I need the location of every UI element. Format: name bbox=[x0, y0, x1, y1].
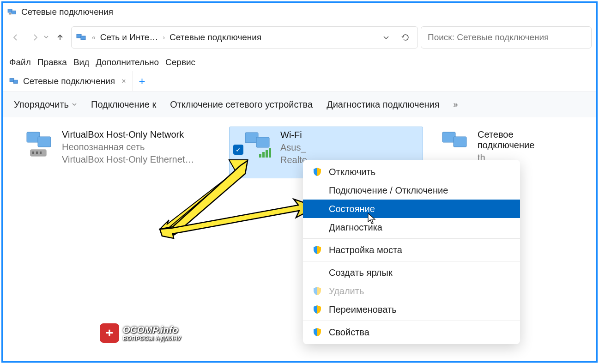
search-input[interactable] bbox=[428, 32, 585, 42]
menu-view[interactable]: Вид bbox=[73, 57, 89, 67]
shield-icon bbox=[312, 245, 322, 255]
recent-locations-button[interactable] bbox=[43, 34, 49, 41]
arrow-left-icon bbox=[11, 33, 20, 42]
connection-name: Wi-Fi bbox=[280, 130, 307, 140]
selection-checkbox[interactable]: ✓ bbox=[233, 145, 243, 155]
watermark-icon: + bbox=[100, 323, 119, 343]
breadcrumb-current[interactable]: Сетевые подключения bbox=[169, 32, 261, 42]
svg-marker-24 bbox=[160, 199, 317, 238]
svg-rect-18 bbox=[269, 148, 271, 158]
shield-icon bbox=[312, 327, 322, 337]
menu-file[interactable]: Файл bbox=[9, 57, 31, 67]
toolbar-organize[interactable]: Упорядочить bbox=[14, 99, 77, 110]
explorer-window: Сетевые подключения « Сеть и Инте… › Сет… bbox=[1, 1, 598, 363]
add-tab-button[interactable]: + bbox=[133, 75, 151, 88]
svg-rect-11 bbox=[36, 152, 38, 154]
shield-icon bbox=[312, 167, 322, 177]
svg-rect-15 bbox=[259, 154, 261, 158]
context-menu-delete: Удалить bbox=[303, 282, 520, 300]
menubar: Файл Правка Вид Дополнительно Сервис bbox=[3, 54, 596, 71]
connection-device: VirtualBox Host-Only Ethernet… bbox=[62, 154, 194, 165]
refresh-icon bbox=[401, 33, 410, 42]
svg-rect-10 bbox=[32, 152, 34, 154]
menu-edit[interactable]: Правка bbox=[37, 57, 67, 67]
tab-close-button[interactable]: × bbox=[121, 77, 126, 85]
svg-rect-20 bbox=[454, 137, 466, 147]
menu-service[interactable]: Сервис bbox=[165, 57, 195, 67]
svg-rect-14 bbox=[256, 137, 269, 147]
ethernet-adapter-icon bbox=[24, 129, 56, 159]
tab-label: Сетевые подключения bbox=[23, 76, 115, 86]
titlebar: Сетевые подключения bbox=[3, 3, 596, 21]
wifi-adapter-icon bbox=[242, 130, 275, 159]
context-menu-bridge[interactable]: Настройка моста bbox=[303, 241, 520, 259]
connection-item-virtualbox[interactable]: VirtualBox Host-Only Network Неопознанна… bbox=[21, 127, 215, 178]
connection-status: Asus_ bbox=[280, 142, 307, 153]
menu-advanced[interactable]: Дополнительно bbox=[96, 57, 159, 67]
network-connections-icon bbox=[76, 33, 87, 42]
chevron-down-icon bbox=[72, 102, 77, 107]
address-dropdown-button[interactable] bbox=[379, 34, 393, 41]
svg-rect-4 bbox=[81, 36, 85, 40]
breadcrumb-parent[interactable]: Сеть и Инте… bbox=[100, 32, 158, 42]
context-menu-separator bbox=[303, 261, 520, 261]
svg-rect-8 bbox=[38, 137, 51, 147]
context-menu-separator bbox=[303, 321, 520, 321]
network-connections-icon bbox=[7, 8, 18, 16]
breadcrumb-separator: « bbox=[92, 34, 96, 41]
context-menu-status[interactable]: Состояние bbox=[303, 200, 520, 218]
toolbar-diagnose[interactable]: Диагностика подключения bbox=[327, 99, 439, 110]
context-menu-create-shortcut[interactable]: Создать ярлык bbox=[303, 263, 520, 282]
svg-rect-16 bbox=[262, 152, 265, 158]
toolbar-overflow[interactable]: » bbox=[454, 100, 458, 109]
network-adapter-icon bbox=[440, 129, 472, 159]
context-menu-diagnose[interactable]: Диагностика bbox=[303, 218, 520, 237]
connection-name: Сетевое подключение bbox=[478, 129, 573, 151]
context-menu-rename[interactable]: Переименовать bbox=[303, 300, 520, 319]
connection-name: VirtualBox Host-Only Network bbox=[62, 129, 194, 140]
svg-rect-6 bbox=[13, 80, 18, 83]
command-bar: Упорядочить Подключение к Отключение сет… bbox=[3, 91, 596, 117]
connection-status: Неопознанная сеть bbox=[62, 142, 194, 152]
svg-rect-12 bbox=[40, 152, 42, 154]
window-title: Сетевые подключения bbox=[21, 7, 113, 17]
arrow-right-icon bbox=[30, 33, 40, 42]
navigation-row: « Сеть и Инте… › Сетевые подключения bbox=[3, 21, 596, 54]
context-menu-connect-disconnect[interactable]: Подключение / Отключение bbox=[303, 181, 520, 200]
context-menu-properties[interactable]: Свойства bbox=[303, 323, 520, 341]
shield-icon bbox=[312, 286, 322, 296]
context-menu-separator bbox=[303, 238, 520, 239]
address-bar[interactable]: « Сеть и Инте… › Сетевые подключения bbox=[71, 26, 418, 49]
tab-network-connections[interactable]: Сетевые подключения × bbox=[3, 71, 133, 91]
chevron-down-icon bbox=[43, 34, 49, 40]
tab-row: Сетевые подключения × + bbox=[3, 71, 596, 91]
network-connections-icon bbox=[9, 77, 19, 85]
search-box[interactable] bbox=[421, 26, 592, 49]
watermark: + OCOMP.info ВОПРОСЫ АДМИНУ bbox=[100, 323, 182, 343]
refresh-button[interactable] bbox=[398, 33, 413, 42]
svg-rect-17 bbox=[266, 150, 268, 158]
svg-rect-1 bbox=[12, 11, 16, 14]
watermark-subtitle: ВОПРОСЫ АДМИНУ bbox=[123, 335, 182, 342]
breadcrumb-separator: › bbox=[163, 34, 165, 41]
shield-icon bbox=[312, 304, 322, 315]
context-menu: Отключить Подключение / Отключение Состо… bbox=[303, 160, 520, 344]
context-menu-disable[interactable]: Отключить bbox=[303, 163, 520, 181]
toolbar-connect-to[interactable]: Подключение к bbox=[91, 99, 156, 110]
annotation-arrow bbox=[155, 197, 321, 243]
chevron-down-icon bbox=[382, 34, 390, 41]
svg-rect-2 bbox=[9, 13, 11, 15]
up-button[interactable] bbox=[52, 29, 68, 46]
arrow-up-icon bbox=[55, 33, 65, 42]
back-button[interactable] bbox=[7, 29, 24, 46]
watermark-title: OCOMP.info bbox=[123, 325, 182, 335]
toolbar-disable-device[interactable]: Отключение сетевого устройства bbox=[170, 99, 313, 110]
forward-button[interactable] bbox=[27, 29, 43, 46]
